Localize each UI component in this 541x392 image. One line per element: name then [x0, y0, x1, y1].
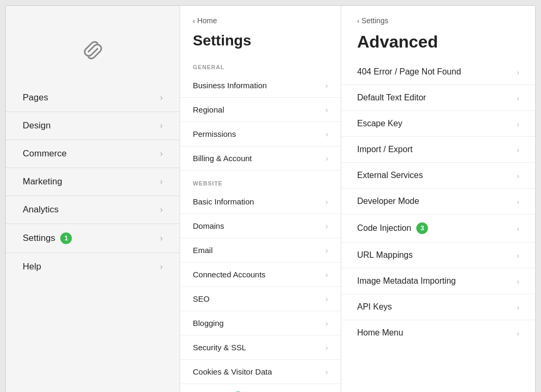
- right-label-external-services: External Services: [357, 171, 423, 180]
- right-chevron-icon-code-injection: ›: [517, 224, 519, 233]
- right-label-home-menu: Home Menu: [357, 328, 403, 338]
- chevron-icon-regional: ›: [325, 105, 328, 114]
- nav-label-marketing: Marketing: [23, 176, 62, 187]
- right-item-default-text-editor[interactable]: Default Text Editor ›: [341, 85, 535, 111]
- mid-label-cookies-visitor-data: Cookies & Visitor Data: [193, 367, 272, 376]
- mid-label-regional: Regional: [193, 105, 224, 114]
- mid-panel: ‹ Home Settings GENERAL Business Informa…: [180, 6, 341, 392]
- mid-label-email: Email: [193, 246, 213, 255]
- right-item-external-services[interactable]: External Services ›: [341, 163, 535, 189]
- mid-item-security-ssl[interactable]: Security & SSL ›: [180, 335, 341, 360]
- mid-item-basic-information[interactable]: Basic Information ›: [180, 190, 341, 214]
- right-item-developer-mode[interactable]: Developer Mode ›: [341, 189, 535, 214]
- right-chevron-icon-external-services: ›: [517, 171, 519, 180]
- right-chevron-icon-image-metadata: ›: [517, 277, 519, 286]
- mid-item-advanced[interactable]: Advanced 2 ›: [180, 384, 341, 392]
- mid-item-seo[interactable]: SEO ›: [180, 287, 341, 311]
- nav-item-settings[interactable]: Settings 1 ›: [6, 224, 180, 253]
- left-nav-list: Pages › Design › Commerce › Marketing: [6, 84, 180, 392]
- nav-label-commerce: Commerce: [23, 148, 67, 159]
- mid-item-billing-account[interactable]: Billing & Account ›: [180, 146, 341, 171]
- right-label-url-mappings: URL Mappings: [357, 250, 413, 260]
- right-chevron-icon-import-export: ›: [517, 145, 519, 154]
- chevron-icon-basic-information: ›: [325, 197, 328, 206]
- chevron-icon-analytics: ›: [160, 205, 163, 214]
- right-item-api-keys[interactable]: API Keys ›: [341, 294, 535, 320]
- right-label-code-injection: Code Injection: [357, 223, 411, 233]
- right-back-chevron-icon: ‹: [357, 17, 359, 25]
- mid-panel-header: ‹ Home Settings: [180, 6, 341, 54]
- back-chevron-icon: ‹: [193, 17, 195, 25]
- nav-label-pages: Pages: [23, 92, 48, 103]
- right-label-image-metadata: Image Metadata Importing: [357, 276, 456, 286]
- mid-item-cookies-visitor-data[interactable]: Cookies & Visitor Data ›: [180, 360, 341, 384]
- right-item-404-error[interactable]: 404 Error / Page Not Found ›: [341, 59, 535, 85]
- mid-item-regional[interactable]: Regional ›: [180, 98, 341, 122]
- right-chevron-icon-home-menu: ›: [517, 329, 519, 338]
- chevron-icon-pages: ›: [160, 93, 163, 102]
- nav-label-help: Help: [23, 262, 41, 272]
- right-label-404-error: 404 Error / Page Not Found: [357, 67, 461, 77]
- mid-label-security-ssl: Security & SSL: [193, 343, 246, 352]
- nav-label-settings: Settings: [23, 233, 55, 244]
- right-label-developer-mode: Developer Mode: [357, 197, 419, 206]
- mid-label-business-information: Business Information: [193, 81, 267, 90]
- mid-label-connected-accounts: Connected Accounts: [193, 270, 266, 279]
- nav-item-design[interactable]: Design ›: [6, 112, 180, 140]
- right-chevron-icon-url-mappings: ›: [517, 251, 519, 260]
- right-item-import-export[interactable]: Import / Export ›: [341, 137, 535, 163]
- right-back-link[interactable]: ‹ Settings: [357, 16, 519, 25]
- settings-badge: 1: [60, 232, 72, 244]
- right-label-escape-key: Escape Key: [357, 119, 402, 128]
- mid-panel-title: Settings: [193, 32, 328, 49]
- chevron-icon-cookies-visitor-data: ›: [325, 367, 328, 376]
- right-panel-title: Advanced: [357, 32, 519, 52]
- code-injection-badge: 3: [416, 222, 428, 234]
- right-chevron-icon-text-editor: ›: [517, 94, 519, 102]
- right-label-api-keys: API Keys: [357, 302, 392, 312]
- mid-label-billing-account: Billing & Account: [193, 154, 252, 163]
- right-item-image-metadata[interactable]: Image Metadata Importing ›: [341, 268, 535, 294]
- chevron-icon-domains: ›: [325, 221, 328, 230]
- right-item-home-menu[interactable]: Home Menu ›: [341, 320, 535, 346]
- right-back-label: Settings: [361, 16, 388, 25]
- mid-item-blogging[interactable]: Blogging ›: [180, 311, 341, 335]
- right-item-escape-key[interactable]: Escape Key ›: [341, 111, 535, 137]
- mid-item-connected-accounts[interactable]: Connected Accounts ›: [180, 263, 341, 287]
- chevron-icon-commerce: ›: [160, 149, 163, 158]
- left-panel: Pages › Design › Commerce › Marketing: [6, 6, 180, 392]
- mid-item-business-information[interactable]: Business Information ›: [180, 73, 341, 98]
- section-label-general: GENERAL: [180, 54, 341, 73]
- mid-label-basic-information: Basic Information: [193, 197, 254, 206]
- app-container: Pages › Design › Commerce › Marketing: [5, 5, 536, 392]
- chevron-icon-billing-account: ›: [325, 154, 328, 163]
- chevron-icon-help: ›: [160, 262, 163, 272]
- right-chevron-icon-api-keys: ›: [517, 303, 519, 312]
- mid-item-domains[interactable]: Domains ›: [180, 214, 341, 238]
- right-label-import-export: Import / Export: [357, 145, 413, 154]
- logo-area: [6, 6, 180, 84]
- chevron-icon-permissions: ›: [325, 129, 328, 138]
- mid-item-email[interactable]: Email ›: [180, 238, 341, 263]
- right-item-url-mappings[interactable]: URL Mappings ›: [341, 242, 535, 268]
- nav-item-analytics[interactable]: Analytics ›: [6, 196, 180, 224]
- nav-item-marketing[interactable]: Marketing ›: [6, 168, 180, 196]
- right-chevron-icon-escape-key: ›: [517, 119, 519, 128]
- chevron-icon-marketing: ›: [160, 177, 163, 186]
- mid-back-link[interactable]: ‹ Home: [193, 16, 328, 25]
- nav-item-commerce[interactable]: Commerce ›: [6, 140, 180, 168]
- chevron-icon-email: ›: [325, 246, 328, 255]
- right-chevron-icon-developer-mode: ›: [517, 197, 519, 206]
- squarespace-logo: [80, 38, 106, 63]
- right-item-code-injection[interactable]: Code Injection 3 ›: [341, 214, 535, 242]
- right-panel: ‹ Settings Advanced 404 Error / Page Not…: [341, 6, 535, 392]
- mid-item-permissions[interactable]: Permissions ›: [180, 122, 341, 146]
- section-label-website: WEBSITE: [180, 171, 341, 190]
- chevron-icon-connected-accounts: ›: [325, 270, 328, 279]
- right-label-default-text-editor: Default Text Editor: [357, 93, 426, 102]
- nav-item-help[interactable]: Help ›: [6, 253, 180, 281]
- nav-item-pages[interactable]: Pages ›: [6, 84, 180, 112]
- mid-label-blogging: Blogging: [193, 319, 223, 328]
- chevron-icon-design: ›: [160, 121, 163, 130]
- mid-label-domains: Domains: [193, 221, 224, 230]
